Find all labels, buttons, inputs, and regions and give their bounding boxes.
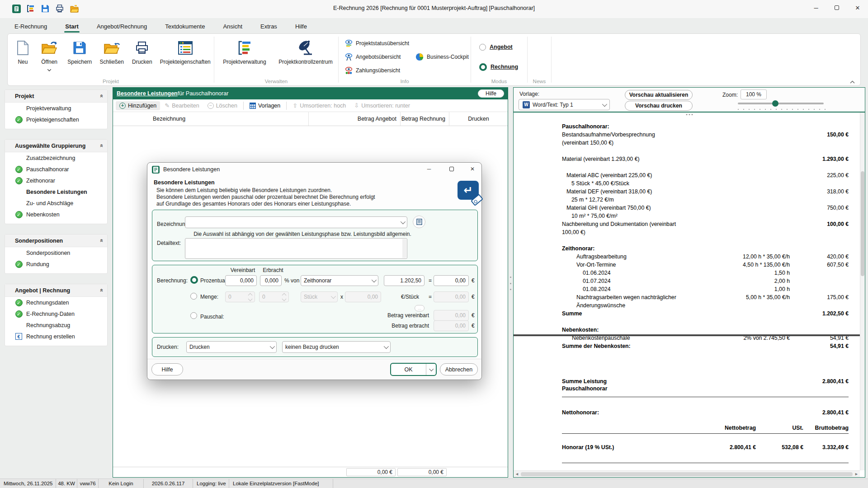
ok-split-button[interactable]: OK bbox=[390, 363, 437, 376]
business-cockpit-link[interactable]: Business-Cockpit bbox=[415, 52, 469, 62]
preview-splitter-handle[interactable] bbox=[686, 114, 693, 115]
prozentual-radio[interactable] bbox=[190, 276, 198, 284]
zoom-slider-thumb[interactable] bbox=[772, 100, 778, 107]
textarea-scrollbar[interactable] bbox=[402, 239, 406, 258]
horizontal-scrollbar-thumb[interactable] bbox=[521, 472, 853, 476]
more-options-button[interactable]: ... bbox=[415, 305, 425, 311]
drucken-dropdown[interactable]: Drucken bbox=[186, 341, 277, 353]
einheit-dropdown[interactable]: Stück bbox=[301, 291, 338, 302]
close-button[interactable]: ✕ bbox=[847, 0, 868, 15]
betrag-erbracht-input[interactable]: 0,00 bbox=[434, 320, 469, 331]
abbrechen-button[interactable]: Abbrechen bbox=[440, 363, 478, 375]
bezug-dropdown[interactable]: keinen Bezug drucken bbox=[282, 341, 391, 353]
bearbeiten-button[interactable]: ✎ Bearbeiten bbox=[161, 101, 203, 110]
ok-dropdown[interactable] bbox=[426, 364, 436, 375]
dialog-close-button[interactable]: ✕ bbox=[463, 163, 482, 175]
bezeichnung-combobox[interactable] bbox=[185, 216, 407, 228]
sidebar-item[interactable]: ✓E-Rechnung-Daten bbox=[5, 308, 107, 319]
sidebar-item[interactable]: ✓Rundung bbox=[5, 258, 107, 270]
zoom-slider[interactable] bbox=[738, 103, 824, 104]
ok-button[interactable]: OK bbox=[391, 366, 426, 373]
panel-help-button[interactable]: Hilfe bbox=[478, 89, 504, 98]
sidebar-item[interactable]: ✓Rechnungsdaten bbox=[5, 297, 107, 308]
vorlagen-button[interactable]: Vorlagen bbox=[246, 101, 284, 110]
modus-rechnung-option[interactable]: Rechnung bbox=[479, 60, 526, 74]
detailtext-textarea[interactable] bbox=[185, 238, 407, 259]
collapse-icon[interactable]: » bbox=[98, 94, 104, 98]
menu-start[interactable]: Start bbox=[64, 21, 80, 32]
menu-e-rechnung[interactable]: E-Rechnung bbox=[14, 21, 48, 32]
honorar-quelle-dropdown[interactable]: Zeithonorar bbox=[301, 275, 378, 286]
preview-horizontal-scrollbar[interactable]: ◄ ► bbox=[514, 470, 860, 477]
menu-ansicht[interactable]: Ansicht bbox=[222, 21, 243, 32]
sidebar-item[interactable]: Besondere Leistungen bbox=[5, 186, 107, 197]
hinzufuegen-button[interactable]: + Hinzufügen bbox=[116, 101, 160, 110]
pauschal-radio[interactable] bbox=[190, 312, 197, 319]
sidebar-section-header[interactable]: Sonderpositionen» bbox=[5, 235, 107, 247]
vorlage-dropdown[interactable]: W Word/Text: Typ 1 bbox=[519, 99, 610, 110]
projektkontrollzentrum-button[interactable]: Projektkontrollzentrum bbox=[275, 38, 336, 76]
sidebar-section-header[interactable]: Angebot | Rechnung» bbox=[5, 284, 107, 297]
sidebar-item[interactable]: Sonderpositionen bbox=[5, 247, 107, 258]
column-bezeichnung[interactable]: Bezeichnung bbox=[113, 112, 309, 126]
loeschen-button[interactable]: − Löschen bbox=[204, 101, 241, 110]
scroll-right-icon[interactable]: ► bbox=[854, 472, 859, 476]
collapse-icon[interactable]: » bbox=[98, 144, 104, 147]
sidebar-item[interactable]: ✓Zeithonorar bbox=[5, 175, 107, 186]
sidebar-section-header[interactable]: Projekt» bbox=[5, 90, 107, 103]
menge-vereinbart-stepper[interactable]: 0 bbox=[225, 291, 255, 302]
dialog-minimize-button[interactable]: ─ bbox=[420, 163, 439, 175]
projekteigenschaften-button[interactable]: Projekteigenschaften bbox=[157, 38, 213, 76]
betrag-vereinbart-input[interactable]: 0,00 bbox=[434, 310, 469, 321]
sidebar-section-header[interactable]: Ausgewählte Gruppierung» bbox=[5, 140, 107, 152]
column-betrag-angebot[interactable]: Betrag Angebot bbox=[309, 112, 401, 126]
oeffnen-dropdown-icon[interactable] bbox=[47, 69, 51, 71]
collapse-icon[interactable]: » bbox=[98, 289, 104, 292]
vertical-scrollbar-thumb[interactable] bbox=[861, 171, 864, 276]
umsortieren-runter-button[interactable]: ⇩ Umsortieren: runter bbox=[350, 101, 414, 110]
sidebar-item[interactable]: ✓Nebenkosten bbox=[5, 209, 107, 220]
sidebar-item[interactable]: €Rechnung erstellen bbox=[5, 331, 107, 342]
angebotsuebersicht-link[interactable]: Angebotsübersicht bbox=[345, 52, 409, 62]
projektverwaltung-button[interactable]: Projektverwaltung bbox=[218, 38, 271, 76]
column-drucken[interactable]: Drucken bbox=[449, 112, 508, 126]
prozentual-vereinbart-input[interactable]: 0,000 bbox=[225, 275, 257, 286]
menu-extras[interactable]: Extras bbox=[259, 21, 278, 32]
menu-hilfe[interactable]: Hilfe bbox=[294, 21, 308, 32]
neu-button[interactable]: Neu bbox=[11, 38, 34, 76]
menge-erbracht-stepper[interactable]: 0 bbox=[259, 291, 289, 302]
angebot-radio[interactable] bbox=[479, 44, 486, 51]
oeffnen-button[interactable]: Öffnen bbox=[36, 38, 62, 76]
sidebar-item[interactable]: Zusatzbezeichnung bbox=[5, 152, 107, 164]
column-betrag-rechnung[interactable]: Betrag Rechnung bbox=[401, 112, 449, 126]
speichern-button[interactable]: Speichern bbox=[64, 38, 95, 76]
modus-angebot-option[interactable]: Angebot bbox=[479, 40, 526, 54]
hilfe-button[interactable]: Hilfe bbox=[151, 363, 183, 375]
preview-vertical-scrollbar[interactable] bbox=[860, 113, 865, 470]
menu-textdokumente[interactable]: Textdokumente bbox=[164, 21, 206, 32]
panel-title-link[interactable]: Besondere Leistungen bbox=[117, 90, 178, 97]
dialog-maximize-button[interactable] bbox=[442, 163, 461, 175]
ribbon-collapse-icon[interactable] bbox=[850, 80, 855, 84]
maximize-button[interactable] bbox=[826, 0, 847, 15]
sidebar-item[interactable]: Projektverwaltung bbox=[5, 103, 107, 114]
projektstatusuebersicht-link[interactable]: Projektstatusübersicht bbox=[345, 38, 409, 49]
rechnung-radio[interactable] bbox=[479, 63, 487, 71]
menge-radio[interactable] bbox=[190, 293, 197, 300]
menu-angebot-rechnung[interactable]: Angebot/Rechnung bbox=[96, 21, 148, 32]
panel-splitter-handle[interactable] bbox=[509, 277, 512, 290]
zahlungsuebersicht-link[interactable]: Zahlungsübersicht bbox=[345, 65, 409, 76]
umsortieren-hoch-button[interactable]: ⇧ Umsortieren: hoch bbox=[289, 101, 349, 110]
sidebar-item[interactable]: ✓Projekteigenschaften bbox=[5, 114, 107, 125]
collapse-icon[interactable]: » bbox=[98, 239, 104, 242]
scroll-left-icon[interactable]: ◄ bbox=[515, 472, 519, 476]
preis-input[interactable]: 0,00 bbox=[345, 291, 381, 302]
vorschau-aktualisieren-button[interactable]: Vorschau aktualisieren bbox=[625, 90, 693, 100]
prozentual-erbracht-input[interactable]: 0,000 bbox=[260, 275, 282, 286]
sidebar-item[interactable]: ✓Pauschalhonorar bbox=[5, 164, 107, 175]
schliessen-button[interactable]: Schließen bbox=[97, 38, 127, 76]
sidebar-item[interactable]: Zu- und Abschläge bbox=[5, 197, 107, 209]
bezeichnung-list-button[interactable] bbox=[413, 216, 425, 228]
minimize-button[interactable]: ─ bbox=[806, 0, 826, 15]
drucken-button[interactable]: Drucken bbox=[128, 38, 156, 76]
